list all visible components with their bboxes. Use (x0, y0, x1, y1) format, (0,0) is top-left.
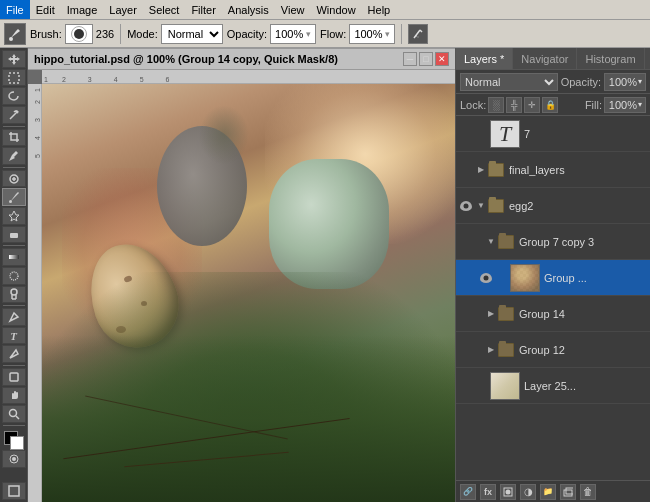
blur-tool[interactable] (2, 267, 26, 285)
crop-tool[interactable] (2, 129, 26, 147)
clone-stamp-tool[interactable] (2, 207, 26, 225)
opacity-value[interactable]: 100% ▾ (604, 73, 646, 91)
layer-item-layer25[interactable]: Layer 25... (456, 368, 650, 404)
tools-panel: T (0, 48, 28, 502)
opacity-input[interactable]: 100% ▾ (270, 24, 316, 44)
layer-visibility-group12[interactable] (468, 332, 484, 368)
new-layer-btn[interactable] (560, 484, 576, 500)
canvas-image[interactable] (42, 84, 455, 502)
menu-help[interactable]: Help (362, 0, 397, 19)
folder-icon-egg2 (488, 199, 504, 213)
tab-layers[interactable]: Layers * (456, 48, 513, 69)
layer-item-group7copy3[interactable]: ▼ Group 7 copy 3 (456, 224, 650, 260)
lock-position-btn[interactable]: ✛ (524, 97, 540, 113)
expand-group7copy3[interactable]: ▼ (484, 237, 498, 246)
zoom-tool[interactable] (2, 405, 26, 423)
dodge-tool[interactable] (2, 286, 26, 304)
eyedropper-tool[interactable] (2, 147, 26, 165)
layers-mode-row: Normal Opacity: 100% ▾ (456, 70, 650, 94)
pen-tool[interactable] (2, 308, 26, 326)
shape-tool[interactable] (2, 368, 26, 386)
mode-label: Mode: Normal (127, 24, 223, 44)
expand-final-layers[interactable]: ▶ (474, 165, 488, 174)
brush-tool[interactable] (2, 188, 26, 206)
hand-tool[interactable] (2, 387, 26, 405)
svg-rect-8 (9, 255, 19, 259)
svg-point-2 (418, 36, 420, 38)
move-tool[interactable] (2, 50, 26, 68)
svg-point-9 (10, 272, 18, 280)
eraser-tool[interactable] (2, 226, 26, 244)
menu-image[interactable]: Image (61, 0, 104, 19)
layer-visibility-group14[interactable] (468, 296, 484, 332)
tab-navigator[interactable]: Navigator (513, 48, 577, 69)
canvas-maximize-btn[interactable]: □ (419, 52, 433, 66)
canvas-close-btn[interactable]: ✕ (435, 52, 449, 66)
brush-tool-icon[interactable] (4, 23, 26, 45)
menu-file[interactable]: File (0, 0, 30, 19)
gradient-tool[interactable] (2, 248, 26, 266)
layer-item-group12[interactable]: ▶ Group 12 (456, 332, 650, 368)
healing-brush-tool[interactable] (2, 170, 26, 188)
expand-egg2[interactable]: ▼ (474, 201, 488, 210)
brush-preview[interactable] (65, 24, 93, 44)
new-adjustment-btn[interactable]: ◑ (520, 484, 536, 500)
magic-wand-tool[interactable] (2, 106, 26, 124)
canvas-title: hippo_tutorial.psd @ 100% (Group 14 copy… (34, 53, 338, 65)
flow-label: Flow: 100% ▾ (320, 24, 395, 44)
menu-edit[interactable]: Edit (30, 0, 61, 19)
layer-visibility-group-copy[interactable] (478, 260, 494, 296)
menu-window[interactable]: Window (310, 0, 361, 19)
layers-panel: Normal Opacity: 100% ▾ Lock: ░ ╬ ✛ 🔒 Fil… (456, 70, 650, 502)
layer-visibility-final-layers[interactable] (458, 152, 474, 188)
tab-histogram[interactable]: Histogram (577, 48, 644, 69)
lasso-tool[interactable] (2, 87, 26, 105)
menu-analysis[interactable]: Analysis (222, 0, 275, 19)
fill-value[interactable]: 100% ▾ (604, 97, 646, 113)
layer-name-final-layers: final_layers (507, 164, 648, 176)
link-layers-btn[interactable]: 🔗 (460, 484, 476, 500)
svg-rect-3 (9, 73, 19, 83)
lock-fill-btn[interactable]: ╬ (506, 97, 522, 113)
menu-view[interactable]: View (275, 0, 311, 19)
quick-mask-mode[interactable] (2, 450, 26, 468)
flow-input[interactable]: 100% ▾ (349, 24, 395, 44)
layer-item-group14[interactable]: ▶ Group 14 (456, 296, 650, 332)
expand-group12[interactable]: ▶ (484, 345, 498, 354)
layer-name-group14: Group 14 (517, 308, 648, 320)
svg-rect-11 (10, 373, 18, 381)
background-color[interactable] (10, 436, 24, 450)
canvas-window-controls: ─ □ ✕ (403, 52, 449, 66)
layer-item-egg2[interactable]: ▼ egg2 (456, 188, 650, 224)
folder-icon-group7copy3 (498, 235, 514, 249)
path-selection-tool[interactable] (2, 345, 26, 363)
fx-btn[interactable]: fx (480, 484, 496, 500)
layer-item-7[interactable]: T 7 (456, 116, 650, 152)
layer-visibility-egg2[interactable] (458, 188, 474, 224)
menu-layer[interactable]: Layer (103, 0, 143, 19)
expand-group14[interactable]: ▶ (484, 309, 498, 318)
svg-point-6 (9, 200, 12, 203)
canvas-minimize-btn[interactable]: ─ (403, 52, 417, 66)
menu-select[interactable]: Select (143, 0, 186, 19)
new-group-btn[interactable]: 📁 (540, 484, 556, 500)
screen-mode[interactable] (2, 482, 26, 500)
mode-select[interactable]: Normal (161, 24, 223, 44)
color-boxes[interactable] (2, 430, 26, 447)
opacity-label: Opacity: (561, 76, 601, 88)
blend-mode-select[interactable]: Normal (460, 73, 558, 91)
selection-tool[interactable] (2, 69, 26, 87)
layer-visibility-7[interactable] (458, 116, 474, 152)
type-tool[interactable]: T (2, 327, 26, 345)
layer-item-final-layers[interactable]: ▶ final_layers (456, 152, 650, 188)
main-area: T hippo_tutorial.psd @ (0, 48, 650, 502)
delete-layer-btn[interactable]: 🗑 (580, 484, 596, 500)
airbrush-icon[interactable] (408, 24, 428, 44)
menu-filter[interactable]: Filter (185, 0, 221, 19)
layer-visibility-group7copy3[interactable] (468, 224, 484, 260)
lock-pixels-btn[interactable]: ░ (488, 97, 504, 113)
layer-item-group-copy[interactable]: Group ... (456, 260, 650, 296)
add-mask-btn[interactable] (500, 484, 516, 500)
layer-visibility-layer25[interactable] (458, 368, 474, 404)
lock-all-btn[interactable]: 🔒 (542, 97, 558, 113)
